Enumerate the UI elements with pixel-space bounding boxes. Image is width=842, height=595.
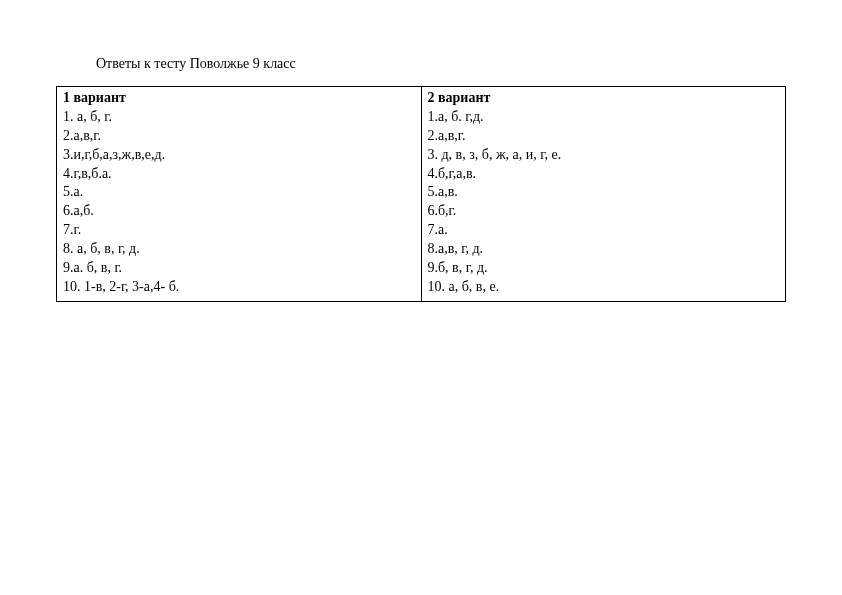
answer-line: 7.г.: [63, 221, 415, 240]
answer-line: 8.а,в, г, д.: [428, 240, 780, 259]
table-cell-col2: 2 вариант 1.а, б. г,д. 2.а,в,г. 3. д, в,…: [421, 87, 786, 302]
answer-line: 2.а,в,г.: [428, 127, 780, 146]
answer-line: 3.и,г,б,а,з,ж,в,е,д.: [63, 146, 415, 165]
answers-table: 1 вариант 1. а, б, г. 2.а,в,г. 3.и,г,б,а…: [56, 86, 786, 302]
answer-line: 10. а, б, в, е.: [428, 278, 780, 297]
variant-header: 2 вариант: [428, 89, 780, 108]
answer-line: 3. д, в, з, б, ж, а, и, г, е.: [428, 146, 780, 165]
page-title: Ответы к тесту Поволжье 9 класс: [96, 56, 786, 72]
answer-line: 4.г,в,б.а.: [63, 165, 415, 184]
answer-line: 9.б, в, г, д.: [428, 259, 780, 278]
table-cell-col1: 1 вариант 1. а, б, г. 2.а,в,г. 3.и,г,б,а…: [57, 87, 422, 302]
answer-line: 8. а, б, в, г, д.: [63, 240, 415, 259]
answer-line: 6.а,б.: [63, 202, 415, 221]
answer-line: 2.а,в,г.: [63, 127, 415, 146]
answer-line: 4.б,г,а,в.: [428, 165, 780, 184]
answer-line: 1. а, б, г.: [63, 108, 415, 127]
variant-header: 1 вариант: [63, 89, 415, 108]
answer-line: 6.б,г.: [428, 202, 780, 221]
answer-line: 10. 1-в, 2-г, 3-а,4- б.: [63, 278, 415, 297]
answer-line: 5.а,в.: [428, 183, 780, 202]
answer-line: 5.а.: [63, 183, 415, 202]
answer-line: 1.а, б. г,д.: [428, 108, 780, 127]
answer-line: 7.а.: [428, 221, 780, 240]
answer-line: 9.а. б, в, г.: [63, 259, 415, 278]
